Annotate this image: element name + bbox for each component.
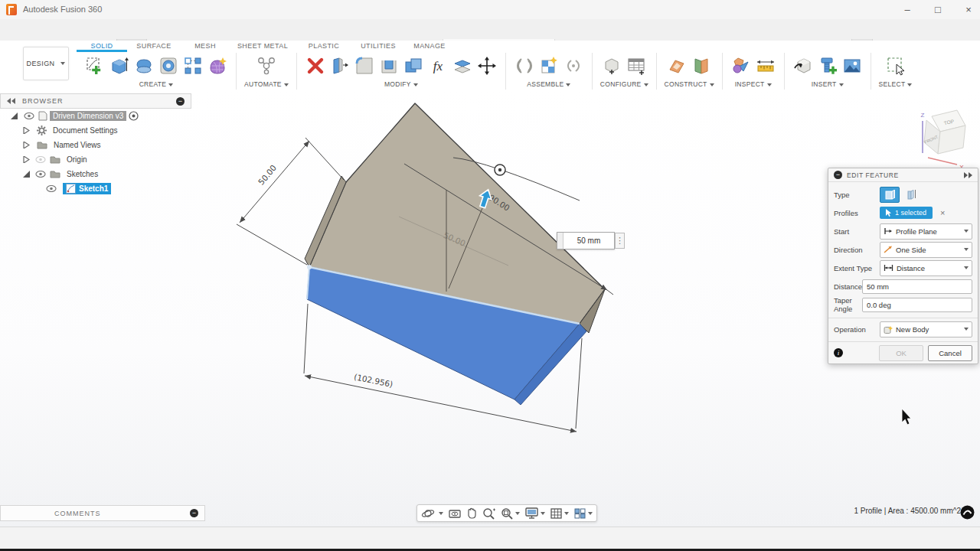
form-icon[interactable] [207, 55, 228, 77]
clear-selection-icon[interactable]: × [940, 208, 945, 217]
tree-item-named-views[interactable]: Named Views [0, 138, 191, 152]
expanded-arrow-icon[interactable] [11, 112, 18, 119]
tree-item-root-label[interactable]: Driven Dimension v3 [50, 111, 126, 121]
type-extrude-icon[interactable] [880, 187, 900, 203]
look-at-icon[interactable] [449, 508, 461, 519]
tab-plastic[interactable]: PLASTIC [296, 41, 352, 52]
maximize-button[interactable]: □ [923, 0, 952, 18]
view-cube[interactable]: Z X TOP FRONT [921, 110, 965, 171]
configuration-table-icon[interactable] [626, 55, 647, 77]
tab-sheet-metal[interactable]: SHEET METAL [230, 41, 296, 52]
tree-item-sketch1-row[interactable]: Sketch1 [63, 183, 111, 194]
model-body[interactable] [305, 103, 605, 405]
dim-left-value[interactable]: 50.00 [256, 163, 279, 187]
comments-bar[interactable]: COMMENTS − [0, 505, 205, 521]
move-icon[interactable] [476, 55, 498, 77]
tab-mesh[interactable]: MESH [181, 41, 230, 52]
tree-item-sketches[interactable]: Sketches [0, 167, 191, 181]
display-settings-icon[interactable] [525, 507, 545, 519]
fit-icon[interactable] [501, 507, 520, 520]
visibility-eye-icon[interactable] [46, 185, 57, 192]
delete-icon[interactable] [305, 55, 326, 77]
combine-icon[interactable] [403, 55, 424, 77]
workspace-selector[interactable]: DESIGN [23, 47, 69, 80]
collapsed-arrow-icon[interactable] [23, 142, 30, 148]
collapse-panel-icon[interactable] [7, 98, 16, 104]
expanded-arrow-icon[interactable] [23, 171, 30, 178]
select-icon[interactable] [885, 55, 906, 77]
viewports-icon[interactable] [574, 508, 593, 519]
start-dropdown[interactable]: Profile Plane [880, 223, 972, 240]
activate-radio-icon[interactable] [129, 111, 139, 121]
visibility-eye-off-icon[interactable] [35, 156, 46, 163]
shell-icon[interactable] [378, 55, 400, 77]
measure-icon[interactable] [755, 55, 776, 77]
tab-manage[interactable]: MANAGE [404, 41, 455, 52]
group-label-automate[interactable]: AUTOMATE [244, 80, 289, 88]
tree-item-origin-label[interactable]: Origin [64, 155, 90, 165]
collapsed-arrow-icon[interactable] [23, 156, 30, 163]
tree-item-sketches-label[interactable]: Sketches [64, 169, 101, 179]
group-label-inspect[interactable]: INSPECT [735, 80, 772, 88]
construct-plane-angle-icon[interactable] [691, 55, 712, 77]
profiles-selected-chip[interactable]: 1 selected [880, 207, 933, 219]
tree-item-origin[interactable]: Origin [0, 152, 191, 167]
dim-bottom-value[interactable]: (102.956) [353, 372, 394, 389]
tab-surface[interactable]: SURFACE [127, 41, 181, 52]
group-label-construct[interactable]: CONSTRUCT [665, 80, 714, 88]
cancel-button[interactable]: Cancel [928, 345, 972, 361]
configuration-icon[interactable] [601, 55, 622, 77]
extent-type-dropdown[interactable]: Distance [880, 260, 972, 276]
extrude-icon[interactable] [109, 55, 130, 77]
type-thin-extrude-icon[interactable] [903, 187, 921, 202]
tree-item-root[interactable]: Driven Dimension v3 [0, 109, 191, 123]
tree-item-sketch1[interactable]: Sketch1 [0, 181, 191, 196]
info-icon[interactable]: i [834, 348, 843, 357]
close-button[interactable]: × [954, 0, 980, 18]
group-label-select[interactable]: SELECT [879, 80, 913, 88]
assistant-icon[interactable] [960, 505, 975, 523]
revolve-icon[interactable] [133, 55, 155, 77]
distance-input-grip[interactable] [557, 233, 564, 249]
tree-item-document-settings[interactable]: Document Settings [0, 123, 191, 138]
tree-item-named-views-label[interactable]: Named Views [51, 140, 104, 150]
pan-icon[interactable] [466, 507, 477, 519]
direction-dropdown[interactable]: One Side [880, 242, 972, 258]
press-pull-icon[interactable] [329, 55, 351, 77]
tab-solid[interactable]: SOLID [77, 41, 127, 52]
distance-field[interactable] [862, 279, 972, 294]
joint-origin-icon[interactable] [563, 55, 584, 77]
split-body-icon[interactable] [452, 55, 473, 77]
orbit-icon[interactable] [421, 507, 443, 520]
visibility-eye-icon[interactable] [35, 171, 46, 178]
group-label-assemble[interactable]: ASSEMBLE [527, 80, 570, 88]
distance-input-menu-icon[interactable]: ⋮ [615, 233, 625, 249]
joint-icon[interactable] [514, 55, 535, 77]
dialog-header[interactable]: − EDIT FEATURE [828, 168, 978, 182]
automate-icon[interactable] [256, 55, 277, 77]
dialog-options-icon[interactable]: − [834, 171, 842, 179]
group-label-create[interactable]: CREATE [139, 80, 174, 88]
minimize-button[interactable]: – [893, 0, 922, 18]
hole-icon[interactable] [158, 55, 179, 77]
insert-image-icon[interactable] [841, 55, 863, 77]
visibility-eye-icon[interactable] [24, 112, 34, 119]
tab-utilities[interactable]: UTILITIES [352, 41, 404, 52]
group-label-configure[interactable]: CONFIGURE [600, 80, 648, 88]
fillet-icon[interactable] [354, 55, 375, 77]
comments-options-icon[interactable]: − [190, 509, 198, 517]
parameters-icon[interactable]: fx [427, 55, 449, 77]
inspect-shapes-icon[interactable] [730, 55, 752, 77]
browser-options-icon[interactable]: − [176, 97, 185, 106]
expand-dialog-icon[interactable] [964, 172, 972, 178]
browser-header[interactable]: BROWSER − [0, 93, 191, 109]
insert-fastener-icon[interactable] [817, 55, 838, 77]
pattern-icon[interactable] [182, 55, 204, 77]
collapsed-arrow-icon[interactable] [23, 127, 30, 134]
tree-item-document-settings-label[interactable]: Document Settings [50, 126, 121, 135]
distance-input-value[interactable]: 50 mm [564, 236, 614, 245]
taper-angle-field[interactable] [862, 298, 972, 312]
insert-derive-icon[interactable] [792, 55, 814, 77]
ok-button[interactable]: OK [879, 345, 923, 361]
new-component-icon[interactable] [538, 55, 560, 77]
